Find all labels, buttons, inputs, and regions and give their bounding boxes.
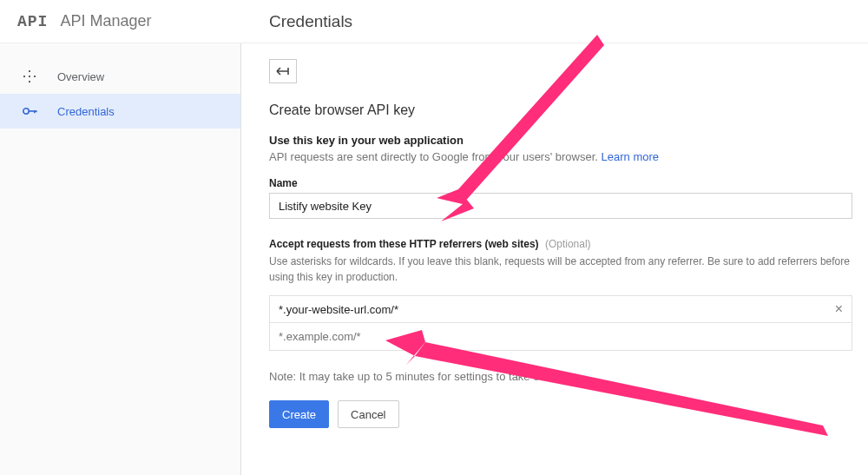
optional-tag: (Optional) [545, 238, 591, 250]
create-button[interactable]: Create [269, 400, 329, 428]
section-title: Create browser API key [269, 102, 868, 118]
back-button[interactable] [269, 59, 297, 83]
sidebar-item-credentials[interactable]: Credentials [0, 94, 240, 129]
logo-block: API API Manager [0, 12, 241, 30]
name-input[interactable] [269, 193, 852, 219]
svg-rect-7 [34, 110, 36, 113]
cancel-button[interactable]: Cancel [338, 400, 398, 428]
svg-point-5 [23, 109, 29, 114]
svg-rect-8 [36, 110, 37, 112]
app-title: API Manager [60, 12, 151, 30]
referrer-value: *.your-website-url.com/* [279, 303, 398, 316]
settings-note: Note: It may take up to 5 minutes for se… [269, 370, 868, 383]
referrers-help: Use asterisks for wildcards. If you leav… [269, 254, 868, 285]
sidebar-item-overview[interactable]: Overview [0, 59, 240, 94]
use-key-desc-text: API requests are sent directly to Google… [269, 150, 602, 163]
svg-rect-4 [29, 76, 30, 77]
topbar: API API Manager Credentials [0, 0, 868, 43]
svg-rect-1 [23, 76, 25, 77]
referrers-label: Accept requests from these HTTP referrer… [269, 238, 868, 250]
referrer-add-input[interactable] [269, 323, 852, 351]
diamond-icon [21, 70, 38, 82]
sidebar: Overview Credentials [0, 43, 241, 475]
sidebar-item-label: Overview [57, 70, 104, 83]
use-key-desc: API requests are sent directly to Google… [269, 150, 868, 163]
sidebar-item-label: Credentials [57, 105, 115, 118]
svg-rect-3 [29, 81, 30, 82]
api-logo: API [17, 13, 48, 30]
name-label: Name [269, 177, 868, 189]
clear-icon[interactable]: × [835, 301, 843, 317]
key-icon [21, 107, 38, 115]
svg-rect-2 [34, 76, 36, 77]
svg-rect-0 [29, 70, 30, 72]
referrer-entry[interactable]: *.your-website-url.com/* × [269, 295, 852, 323]
use-key-heading: Use this key in your web application [269, 134, 868, 147]
button-row: Create Cancel [269, 400, 868, 428]
learn-more-link[interactable]: Learn more [602, 150, 659, 163]
back-arrow-icon [276, 63, 290, 79]
page-title: Credentials [269, 12, 352, 31]
main-content: Create browser API key Use this key in y… [241, 43, 868, 475]
